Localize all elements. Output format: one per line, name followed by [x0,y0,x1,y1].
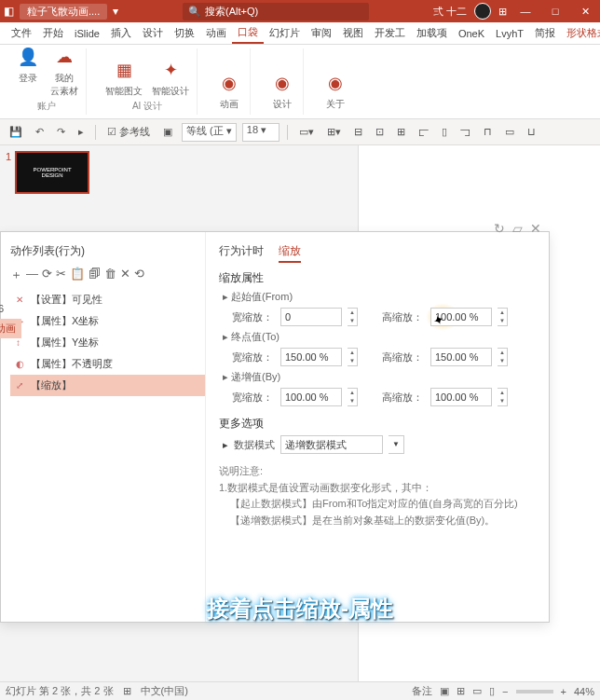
font-select[interactable]: 等线 (正 ▾ [182,123,237,142]
t8-icon[interactable]: ▭ [501,124,518,140]
dialog-left-panel: 动作列表(行为) ＋ — ⟳ ✂ 📋 🗐 🗑 ✕ ⟲ ✕【设置】可见性 ↔【属性… [1,232,206,622]
user-icon: 👤 [15,44,41,70]
paste-icon[interactable]: 🗐 [89,267,101,283]
by-width-input[interactable]: 100.00 % [280,388,342,406]
file-name: 粒子飞散动画.... [20,4,107,20]
to-width-input[interactable]: 150.00 % [280,348,342,366]
tab-home[interactable]: 开始 [37,23,69,43]
zoom-level[interactable]: 44% [574,686,594,697]
ribbon-group-ai: ▦智能图文 ✦智能设计 AI 设计 [98,48,198,115]
refresh-icon[interactable]: ⟳ [42,267,52,283]
copy-icon[interactable]: 📋 [70,267,85,283]
view-sorter-icon[interactable]: ⊞ [457,685,465,697]
avatar[interactable] [474,3,491,20]
action-y[interactable]: ↕【属性】Y坐标 [10,332,205,353]
notes-button[interactable]: 备注 [412,684,432,698]
delete-icon[interactable]: 🗑 [104,267,116,283]
about-button[interactable]: ◉关于 [322,70,348,111]
tab-insert[interactable]: 插入 [105,23,137,43]
accessibility-icon[interactable]: ⊞ [123,685,131,697]
t9-icon[interactable]: ⊔ [524,124,539,140]
tab-slideshow[interactable]: 幻灯片 [264,23,306,43]
t4-icon[interactable]: ⫍ [415,125,432,140]
datamode-select[interactable]: 递增数据模式 [280,435,383,454]
smart-design-button[interactable]: ✦智能设计 [152,57,189,98]
maximize-button[interactable]: □ [544,6,566,17]
remove-icon[interactable]: — [26,267,38,283]
tab-islide[interactable]: iSlide [69,25,105,42]
tool-icon[interactable]: ▸ [75,124,88,140]
action-opacity[interactable]: ◐【属性】不透明度 [10,353,205,375]
tab-addins[interactable]: 加载项 [411,23,453,43]
add-icon[interactable]: ＋ [10,267,22,283]
t6-icon[interactable]: ⫎ [457,125,474,140]
t5-icon[interactable]: ▯ [438,124,451,140]
t1-icon[interactable]: ⊟ [350,124,366,140]
sidebar-item-custom-anim[interactable]: 自定义动画 [0,319,21,338]
ribbon-opts-icon[interactable]: ⊞ [498,6,507,18]
from-height-input[interactable]: 100.00 %✦ [430,308,492,326]
dialog-close-icon[interactable]: ✕ [528,221,543,236]
minimize-button[interactable]: — [514,6,537,17]
from-height-spinner[interactable]: ▲▼ [498,308,508,326]
clear-icon[interactable]: ✕ [120,267,130,283]
group-label-account: 账户 [37,100,56,113]
tab-animations[interactable]: 动画 [200,23,232,43]
dialog-expand-icon[interactable]: ▱ [511,221,525,236]
action-toolbar: ＋ — ⟳ ✂ 📋 🗐 🗑 ✕ ⟲ [10,267,205,283]
tab-file[interactable]: 文件 [6,23,37,43]
font-size-select[interactable]: 18 ▾ [242,123,280,142]
t2-icon[interactable]: ⊡ [372,124,388,140]
tab-review[interactable]: 审阅 [306,23,337,43]
view-slideshow-icon[interactable]: ▯ [489,685,495,697]
view-reading-icon[interactable]: ▭ [472,685,482,697]
undo-icon[interactable]: ↶ [32,124,48,140]
language-label[interactable]: 中文(中国) [141,684,188,698]
tab-developer[interactable]: 开发工 [369,23,411,43]
tab-pocket[interactable]: 口袋 [232,22,264,44]
dialog-refresh-icon[interactable]: ↻ [492,221,507,236]
action-visibility[interactable]: ✕【设置】可见性 [10,289,205,310]
search-input[interactable]: 🔍 搜索(Alt+Q) [183,3,369,21]
t3-icon[interactable]: ⊞ [393,124,409,140]
user-name[interactable]: 弍 十二 [433,5,467,19]
close-button[interactable]: ✕ [574,6,596,18]
zoom-slider[interactable] [516,690,553,693]
animation-button[interactable]: ◉动画 [216,70,242,111]
ribbon-group-account: 👤登录 ☁我的 云素材 账户 [7,48,87,115]
guide-toggle[interactable]: ☑ 参考线 [103,123,154,141]
tab-design[interactable]: 设计 [137,23,169,43]
tab-scale[interactable]: 缩放 [279,243,301,263]
zoom-in-icon[interactable]: + [561,686,566,697]
tab-transitions[interactable]: 切换 [169,23,200,43]
from-width-input[interactable]: 0 [280,308,342,326]
tab-onek[interactable]: OneK [453,25,490,42]
zoom-out-icon[interactable]: − [502,686,508,697]
from-width-spinner[interactable]: ▲▼ [348,308,358,326]
login-button[interactable]: 👤登录 [15,44,41,98]
design-button[interactable]: ◉设计 [269,70,295,111]
redo-icon[interactable]: ↷ [53,124,69,140]
by-height-input[interactable]: 100.00 % [430,388,492,406]
save-icon[interactable]: 💾 [6,124,26,140]
dropdown-icon[interactable]: ▼ [389,435,404,454]
sidebar-item-textbox[interactable]: 文本框 6 [0,299,21,319]
smart-graphic-button[interactable]: ▦智能图文 [105,57,143,98]
thumbnail-1[interactable]: 1 POWERPOINT DESIGN [6,151,97,194]
tab-shape-format[interactable]: 形状格式 [561,23,600,43]
tab-brief[interactable]: 简报 [529,23,561,43]
cut-icon[interactable]: ✂ [56,267,66,283]
ruler-icon[interactable]: ▣ [159,124,176,140]
distribute-icon[interactable]: ⊞▾ [323,124,345,140]
reset-icon[interactable]: ⟲ [134,267,144,283]
view-normal-icon[interactable]: ▣ [440,685,449,697]
cloud-assets-button[interactable]: ☁我的 云素材 [50,44,78,98]
to-height-input[interactable]: 150.00 % [430,348,492,366]
tab-timing[interactable]: 行为计时 [219,243,264,263]
t7-icon[interactable]: ⊓ [480,124,496,140]
align-icon[interactable]: ▭▾ [295,124,318,140]
tab-view[interactable]: 视图 [337,23,369,43]
action-x[interactable]: ↔【属性】X坐标 [10,310,205,332]
tab-lvyh[interactable]: LvyhT [490,25,529,42]
action-scale[interactable]: ⤢【缩放】 [10,375,205,396]
